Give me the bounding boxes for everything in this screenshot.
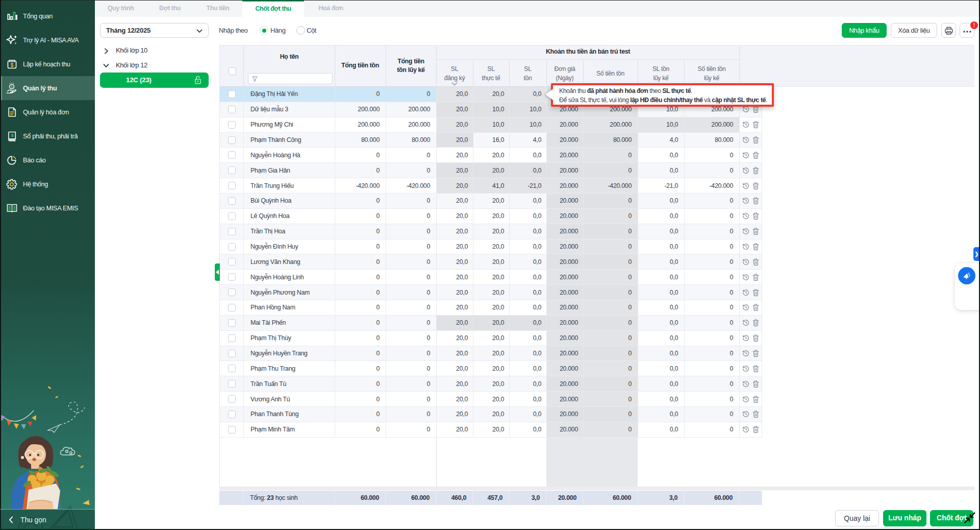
svg-text:$: $ bbox=[11, 84, 13, 89]
svg-text:$: $ bbox=[10, 62, 13, 68]
svg-text:$: $ bbox=[11, 132, 14, 138]
